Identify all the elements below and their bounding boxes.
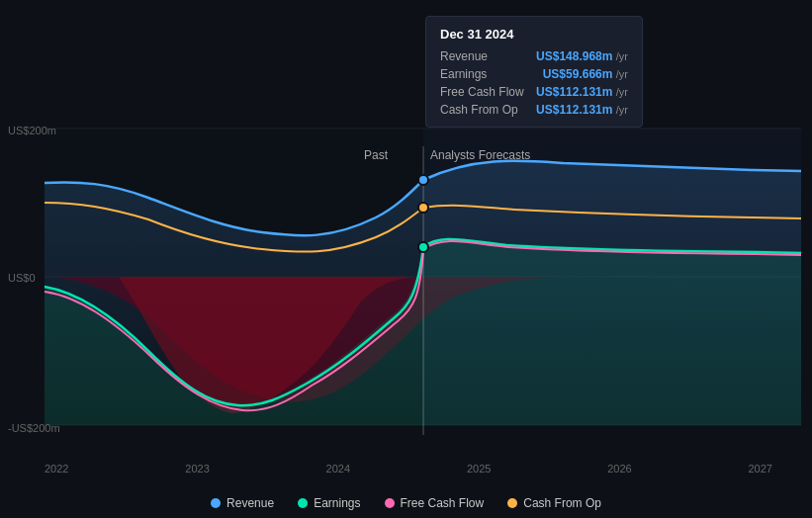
tooltip-value-fcf: US$112.131m /yr [536,85,628,99]
chart-legend: Revenue Earnings Free Cash Flow Cash Fro… [0,496,812,510]
legend-label-revenue: Revenue [226,496,274,510]
y-label-200m: US$200m [8,125,56,136]
legend-item-fcf: Free Cash Flow [385,496,485,510]
tooltip-value-cashop: US$112.131m /yr [536,103,628,117]
forecast-label: Analysts Forecasts [430,148,530,162]
tooltip-label-revenue: Revenue [440,49,488,63]
tooltip-row-revenue: Revenue US$148.968m /yr [440,49,628,63]
x-label-2025: 2025 [467,463,491,475]
svg-point-8 [418,242,428,252]
tooltip-value-earnings: US$59.666m /yr [543,67,628,81]
x-label-2027: 2027 [748,463,771,475]
tooltip-row-cashop: Cash From Op US$112.131m /yr [440,103,628,117]
x-label-2023: 2023 [185,463,209,475]
svg-point-6 [418,175,428,185]
legend-item-earnings: Earnings [298,496,360,510]
legend-dot-revenue [211,498,221,508]
svg-point-7 [418,203,428,213]
tooltip-value-revenue: US$148.968m /yr [536,49,628,63]
legend-dot-cashop [507,498,517,508]
x-axis: 2022 2023 2024 2025 2026 2027 [0,463,812,475]
legend-dot-fcf [385,498,395,508]
legend-label-fcf: Free Cash Flow [401,496,485,510]
tooltip-label-cashop: Cash From Op [440,103,518,117]
x-label-2026: 2026 [607,463,631,475]
legend-dot-earnings [298,498,308,508]
legend-item-cashop: Cash From Op [507,496,601,510]
tooltip-date: Dec 31 2024 [440,27,628,42]
legend-label-cashop: Cash From Op [523,496,601,510]
legend-label-earnings: Earnings [314,496,360,510]
data-tooltip: Dec 31 2024 Revenue US$148.968m /yr Earn… [425,16,643,128]
y-label-0: US$0 [8,272,36,284]
x-label-2022: 2022 [45,463,68,475]
y-label-neg200m: -US$200m [8,422,60,434]
tooltip-row-earnings: Earnings US$59.666m /yr [440,67,628,81]
chart-svg [0,0,812,475]
x-label-2024: 2024 [326,463,350,475]
legend-item-revenue: Revenue [211,496,274,510]
tooltip-label-earnings: Earnings [440,67,487,81]
tooltip-label-fcf: Free Cash Flow [440,85,524,99]
tooltip-row-fcf: Free Cash Flow US$112.131m /yr [440,85,628,99]
past-label: Past [364,148,388,162]
chart-container: US$200m US$0 -US$200m Past Analysts Fore… [0,0,812,518]
